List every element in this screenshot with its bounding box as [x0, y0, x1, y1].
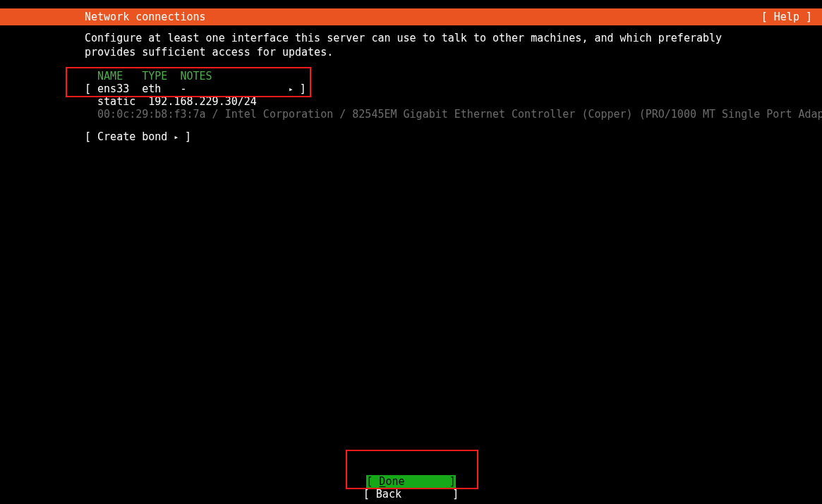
- col-name: NAME: [97, 70, 123, 82]
- help-button[interactable]: [ Help ]: [761, 11, 812, 23]
- main-content: Configure at least one interface this se…: [85, 31, 737, 143]
- open-bracket: [: [85, 82, 91, 95]
- chevron-right-icon: ▸: [174, 133, 179, 141]
- column-headers: NAME TYPE NOTES: [85, 70, 737, 82]
- interface-method: static: [97, 95, 135, 108]
- interface-address-row: static 192.168.229.30/24: [85, 95, 737, 108]
- done-button[interactable]: [ Done ]: [366, 475, 455, 488]
- page-title: Network connections: [85, 11, 761, 23]
- title-bar: Network connections [ Help ]: [0, 8, 822, 25]
- col-notes: NOTES: [180, 70, 212, 82]
- interface-notes-dash: -: [180, 82, 186, 95]
- footer-buttons: [ Done ] [ Back ]: [0, 475, 822, 500]
- create-bond-button[interactable]: [ Create bond ▸ ]: [85, 130, 737, 143]
- close-bracket: ]: [300, 82, 306, 95]
- back-button[interactable]: [ Back ]: [363, 488, 459, 500]
- interface-type: eth: [142, 82, 161, 95]
- interface-list: NAME TYPE NOTES [ ens33 eth - ▸ ] static…: [85, 70, 737, 121]
- chevron-right-icon: ▸: [289, 85, 294, 93]
- create-bond-label: Create bond: [97, 130, 167, 143]
- interface-name: ens33: [97, 82, 129, 95]
- interface-hwinfo: 00:0c:29:b8:f3:7a / Intel Corporation / …: [85, 108, 737, 121]
- instruction-text: Configure at least one interface this se…: [85, 31, 737, 60]
- interface-address: 192.168.229.30/24: [148, 95, 257, 108]
- col-type: TYPE: [142, 70, 167, 82]
- interface-row-ens33[interactable]: [ ens33 eth - ▸ ]: [85, 82, 737, 95]
